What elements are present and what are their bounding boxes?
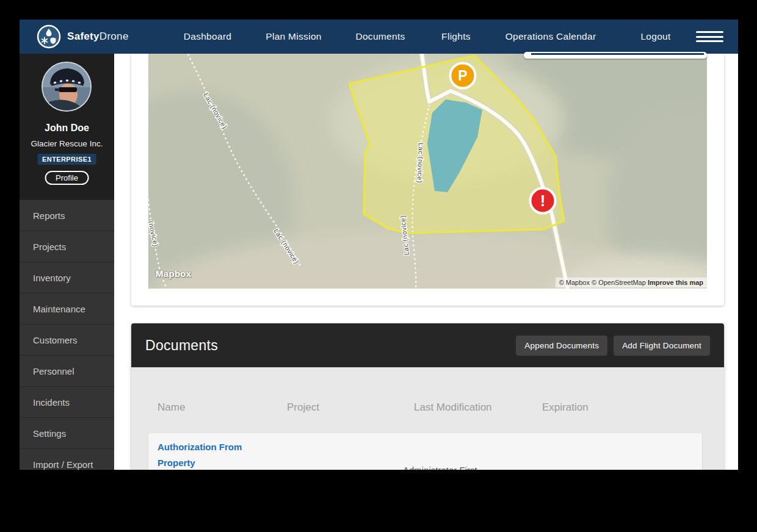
brand-bold: Safety <box>67 31 100 42</box>
table-row[interactable]: Authorization From Property Administrato… <box>148 433 702 470</box>
col-header-name: Name <box>158 401 185 414</box>
nav-logout[interactable]: Logout <box>640 20 670 54</box>
safetydrone-logo-icon <box>37 24 61 49</box>
parking-marker[interactable]: P <box>449 62 476 89</box>
col-header-last-modification: Last Modification <box>414 401 492 414</box>
sidebar-item-customers[interactable]: Customers <box>20 324 114 355</box>
document-last-modification: Administrator First <box>403 465 477 470</box>
add-flight-document-button[interactable]: Add Flight Document <box>614 336 710 356</box>
brand[interactable]: SafetyDrone <box>37 20 129 54</box>
sidebar: John Doe Glacier Rescue Inc. ENTERPRISE1… <box>20 54 114 470</box>
user-name: John Doe <box>20 123 114 134</box>
sidebar-item-settings[interactable]: Settings <box>20 417 114 448</box>
sidebar-item-incidents[interactable]: Incidents <box>20 386 114 417</box>
documents-table: Name Project Last Modification Expiratio… <box>131 367 724 470</box>
popup-strip <box>531 53 704 55</box>
append-documents-button[interactable]: Append Documents <box>516 336 607 356</box>
col-header-project: Project <box>287 401 319 414</box>
attrib-improve-link[interactable]: Improve this map <box>648 279 703 286</box>
col-header-expiration: Expiration <box>542 401 589 414</box>
profile-section: John Doe Glacier Rescue Inc. ENTERPRISE1… <box>20 54 114 200</box>
map-attribution[interactable]: © Mapbox © OpenStreetMap Improve this ma… <box>556 278 707 287</box>
eyewear-icon <box>59 87 77 92</box>
mapbox-wordmark[interactable]: Mapbox <box>156 268 191 279</box>
sidebar-item-projects[interactable]: Projects <box>20 231 114 262</box>
documents-title: Documents <box>145 337 516 354</box>
document-name-line1: Authorization From <box>158 439 267 455</box>
alert-glyph: ! <box>540 192 546 210</box>
sidebar-item-import-export[interactable]: Import / Export <box>20 448 114 470</box>
documents-header: Documents Append Documents Add Flight Do… <box>131 323 724 367</box>
brand-light: Drone <box>100 31 129 42</box>
hamburger-menu-icon[interactable] <box>696 31 723 42</box>
alert-marker[interactable]: ! <box>529 187 556 214</box>
document-name-link[interactable]: Authorization From Property <box>158 439 267 470</box>
attrib-osm[interactable]: © OpenStreetMap <box>592 279 646 286</box>
nav-operations-calendar[interactable]: Operations Calendar <box>505 20 596 54</box>
document-name-line2: Property <box>158 455 267 470</box>
app-window: SafetyDrone Dashboard Plan Mission Docum… <box>20 20 738 470</box>
attrib-mapbox[interactable]: © Mapbox <box>559 279 590 286</box>
brand-text: SafetyDrone <box>67 31 129 43</box>
map-popup-cutoff <box>524 52 707 59</box>
sidebar-item-reports[interactable]: Reports <box>20 200 114 231</box>
nav-plan-mission[interactable]: Plan Mission <box>266 20 321 54</box>
nav-flights[interactable]: Flights <box>441 20 471 54</box>
avatar[interactable] <box>42 62 92 112</box>
sidebar-item-personnel[interactable]: Personnel <box>20 355 114 386</box>
sidebar-menu: Reports Projects Inventory Maintenance C… <box>20 200 114 470</box>
nav-documents[interactable]: Documents <box>355 20 405 54</box>
plan-badge: ENTERPRISE1 <box>37 154 96 165</box>
sidebar-item-maintenance[interactable]: Maintenance <box>20 293 114 324</box>
top-navbar: SafetyDrone Dashboard Plan Mission Docum… <box>20 20 738 54</box>
trail-label: Lac (novice) <box>416 143 425 183</box>
nav-dashboard[interactable]: Dashboard <box>184 20 232 54</box>
map[interactable]: Lac (novice) Lac (novice) Lac (novice) L… <box>148 54 707 289</box>
map-card: Lac (novice) Lac (novice) Lac (novice) L… <box>131 54 724 306</box>
profile-button[interactable]: Profile <box>45 171 89 185</box>
sidebar-item-inventory[interactable]: Inventory <box>20 262 114 293</box>
user-company: Glacier Rescue Inc. <box>20 139 114 148</box>
parking-glyph: P <box>458 68 467 84</box>
main-content: Lac (novice) Lac (novice) Lac (novice) L… <box>114 54 738 470</box>
documents-panel: Documents Append Documents Add Flight Do… <box>131 323 724 470</box>
